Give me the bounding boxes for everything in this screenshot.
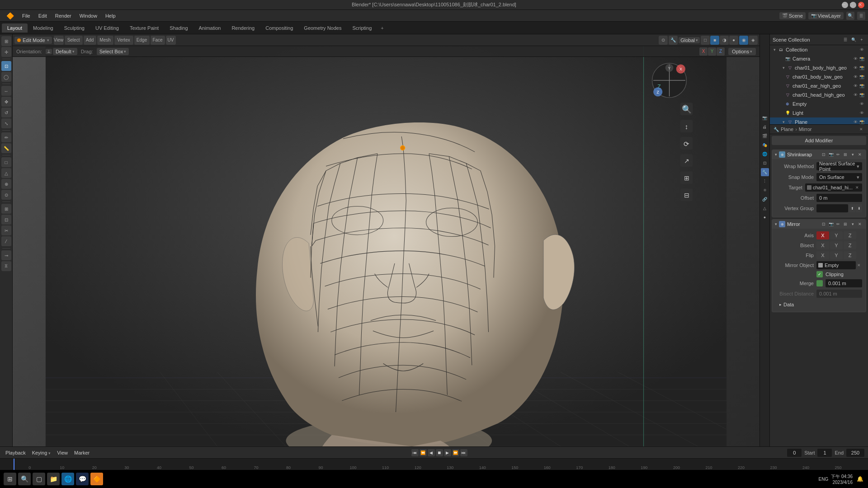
mirror-remove[interactable]: ✕ [857,221,863,227]
scene-selector[interactable]: 🎬 Scene [779,12,806,19]
merge-checkbox[interactable] [816,280,823,286]
outliner-filter-icon[interactable]: ☰ [842,36,849,43]
flip-y-btn[interactable]: Y [830,251,843,259]
tab-shading[interactable]: Shading [164,23,193,33]
target-value-field[interactable]: char01_head_hi... ✕ [805,183,862,192]
shrinkwrap-header[interactable]: ▾ ⊕ Shrinkwrap ⊡ 📷 ✏ ⊞ ▾ ✕ [772,150,866,159]
body-low-render[interactable]: 📸 [859,74,864,80]
clipping-checkbox[interactable]: ✓ [816,271,823,277]
tool-add-cube[interactable]: □ [1,157,11,167]
camera-render[interactable]: 📸 [859,56,864,61]
tool-add-cone[interactable]: △ [1,168,11,178]
shrinkwrap-collapse-icon[interactable]: ▾ [775,152,777,157]
flip-z-btn[interactable]: Z [844,251,856,259]
mesh-btn[interactable]: Mesh [97,36,113,45]
vg-up-btn[interactable]: ⬆ [849,204,855,212]
stop-btn[interactable]: ⏹ [436,449,443,456]
body-low-visibility[interactable]: 👁 [853,74,858,80]
prop-icon-modifier[interactable]: 🔧 [761,168,769,176]
tab-uv-editing[interactable]: UV Editing [90,23,124,33]
playback-menu[interactable]: Playback [4,449,28,456]
wire-shading[interactable]: □ [701,36,710,45]
ear-high-visibility[interactable]: 👁 [853,83,858,89]
ear-high-item[interactable]: ▽ char01_ear_high_geo 👁 📸 [770,81,868,90]
tool-measure[interactable]: 📏 [1,143,11,153]
menu-help[interactable]: Help [102,12,119,19]
material-shading[interactable]: ◑ [720,36,729,45]
y-axis-constraint[interactable]: Y [708,47,716,56]
shrinkwrap-render-toggle[interactable]: 📷 [828,151,834,158]
solid-shading[interactable]: ■ [710,36,719,45]
tool-shear[interactable]: ⧖ [1,261,11,271]
timeline-ruler[interactable]: 0 10 20 30 40 50 60 70 80 90 100 110 120… [0,458,868,470]
tab-animation[interactable]: Animation [193,23,226,33]
mode-dropdown[interactable]: Edit Mode ▾ [14,37,52,44]
tab-layout[interactable]: Layout [2,23,28,33]
mirror-collapse-icon[interactable]: ▾ [775,222,777,226]
jump-end-btn[interactable]: ⏭ [460,449,467,456]
z-axis-constraint[interactable]: Z [717,47,725,56]
mirror-object-value[interactable]: Empty [816,261,856,269]
notification-area[interactable]: 🔔 [855,476,864,482]
explorer-icon[interactable]: 📁 [47,473,60,485]
camera-item[interactable]: 📷 Camera 👁 📸 [770,54,868,63]
viewlayer-selector[interactable]: 📷 ViewLayer [808,12,844,19]
body-high-render[interactable]: 📸 [859,65,864,70]
empty-item[interactable]: ⊕ Empty 👁 [770,99,868,108]
tool-annotate[interactable]: ✏ [1,132,11,142]
empty-visibility[interactable]: 👁 [859,101,864,107]
orientation-value[interactable]: Default ▾ [53,48,77,55]
shrinkwrap-remove[interactable]: ✕ [857,151,863,158]
minimize-button[interactable]: ─ [842,2,848,8]
play-back-btn[interactable]: ◀ [428,449,435,456]
search-taskbar[interactable]: 🔍 [18,473,31,485]
blender-icon[interactable]: 🔶 [90,473,103,485]
prop-icon-constraints[interactable]: 🔗 [761,195,769,203]
head-high-visibility[interactable]: 👁 [853,92,858,98]
prop-icon-render[interactable]: 📷 [761,114,769,122]
mirror-realtime[interactable]: ⊞ [842,221,849,227]
mirror-render-toggle[interactable]: 📷 [828,221,834,227]
merge-value[interactable]: 0.001 m [826,279,862,287]
browser-icon[interactable]: 🌐 [61,473,74,485]
tool-select-circle[interactable]: ◯ [1,72,11,82]
prop-icon-material[interactable]: ● [761,213,769,221]
outliner-search-icon[interactable]: 🔍 [850,36,857,43]
jump-start-btn[interactable]: ⏮ [411,449,419,456]
tab-geometry-nodes[interactable]: Geometry Nodes [298,23,347,33]
vg-value-field[interactable] [816,204,848,212]
tool-move[interactable]: ✥ [1,97,11,107]
transform-orientation-dropdown[interactable]: ⊥ Default ▾ [46,48,77,55]
prop-icon-data[interactable]: △ [761,204,769,212]
camera-visibility[interactable]: 👁 [853,56,858,61]
prop-icon-scene[interactable]: 🎭 [761,141,769,149]
prop-icon-world[interactable]: 🌐 [761,150,769,158]
add-btn[interactable]: Add [84,36,96,45]
marker-menu[interactable]: Marker [72,449,91,456]
axis-z-btn[interactable]: Z [844,231,856,239]
timeline-view-menu[interactable]: View [55,449,70,456]
tab-modeling[interactable]: Modeling [28,23,59,33]
wrap-method-value[interactable]: Nearest Surface Point [816,162,862,170]
edge-btn[interactable]: Edge [134,36,150,45]
target-clear-button[interactable]: ✕ [854,184,860,191]
add-modifier-button[interactable]: Add Modifier [772,136,866,145]
task-view[interactable]: ▢ [33,473,45,485]
mirror-display-toggle[interactable]: ⊡ [821,221,827,227]
tool-rotate[interactable]: ↺ [1,108,11,117]
tool-scale[interactable]: ⤡ [1,118,11,128]
body-high-visibility[interactable]: 👁 [853,65,858,70]
mirror-header[interactable]: ▾ ⊕ Mirror ⊡ 📷 ✏ ⊞ ▾ ✕ [772,220,866,229]
menu-blender[interactable]: 🔶 [3,11,18,20]
collection-item[interactable]: ▾ 🗂 Collection 👁 [770,45,868,54]
prop-icon-particles[interactable]: ⋮ [761,177,769,185]
light-item[interactable]: 💡 Light 👁 [770,108,868,117]
tab-rendering[interactable]: Rendering [226,23,260,33]
mirror-more[interactable]: ▾ [849,221,856,227]
start-button[interactable]: ⊞ [4,473,16,485]
viewport-3d[interactable]: Edit Mode ▾ View Select Add Mesh Vertex … [13,34,760,446]
search-button[interactable]: 🔍 [846,12,854,20]
modifier-settings-icon[interactable]: ✕ [858,126,864,132]
proportional-editing[interactable]: ⊙ [659,36,668,45]
select-btn[interactable]: Select [65,36,83,45]
